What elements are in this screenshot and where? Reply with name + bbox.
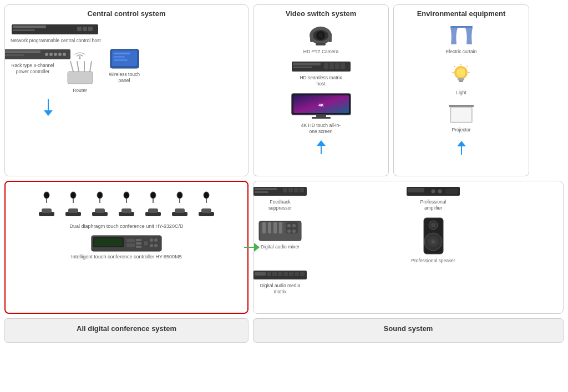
projector-device: Projector xyxy=(446,104,476,133)
mixer-label: Digital audio mixer xyxy=(261,244,300,250)
svg-point-135 xyxy=(287,230,291,233)
svg-point-71 xyxy=(124,192,129,198)
rack-power-label: Rack type 8-channel power controller xyxy=(11,63,55,75)
network-host-label: Network programmable central control hos… xyxy=(11,38,101,44)
arrow-line xyxy=(48,99,49,110)
matrix-host-icon xyxy=(291,60,352,73)
svg-rect-91 xyxy=(136,239,141,241)
svg-rect-24 xyxy=(114,59,128,61)
conference-box: Dual diaphragm touch conference unit HY-… xyxy=(4,181,248,314)
conference-system-label: All digital conference system xyxy=(4,318,248,343)
svg-rect-89 xyxy=(126,239,135,242)
svg-rect-90 xyxy=(126,243,135,247)
light-device: Light xyxy=(452,63,471,96)
video-arrow-head xyxy=(317,140,326,146)
network-host-icon xyxy=(11,23,99,35)
svg-rect-31 xyxy=(328,33,332,42)
svg-rect-35 xyxy=(324,63,328,69)
svg-line-52 xyxy=(454,66,455,67)
env-arrow-line xyxy=(461,146,462,155)
svg-rect-112 xyxy=(255,272,266,276)
4k-screen-icon: 4K xyxy=(291,93,352,120)
svg-rect-29 xyxy=(316,43,326,45)
mic-2 xyxy=(63,191,84,221)
svg-rect-30 xyxy=(310,33,313,42)
feedback-icon xyxy=(252,186,308,197)
svg-rect-5 xyxy=(88,27,93,31)
svg-rect-128 xyxy=(262,222,266,233)
svg-point-94 xyxy=(143,241,149,246)
svg-rect-15 xyxy=(68,72,93,84)
svg-rect-23 xyxy=(114,56,125,58)
wireless-panel-label: Wireless touch panel xyxy=(105,72,144,84)
light-label: Light xyxy=(456,90,466,96)
video-arrow-area xyxy=(317,140,326,154)
svg-rect-131 xyxy=(279,222,282,233)
svg-rect-3 xyxy=(77,27,82,31)
curtain-label: Electric curtain xyxy=(446,49,477,55)
svg-rect-101 xyxy=(255,191,268,193)
svg-point-97 xyxy=(150,244,153,247)
env-content: Electric curtain xyxy=(394,20,529,158)
mic-row xyxy=(11,191,242,221)
svg-point-122 xyxy=(431,223,435,227)
svg-rect-38 xyxy=(341,63,345,69)
video-up-arrow xyxy=(317,140,326,154)
router-label: Router xyxy=(73,88,87,94)
svg-rect-4 xyxy=(83,27,87,31)
svg-point-14 xyxy=(79,58,81,59)
right-arrow-area xyxy=(244,243,260,252)
mixer-device: Digital audio mixer xyxy=(258,217,302,264)
audio-matrix-icon xyxy=(252,269,308,281)
svg-rect-92 xyxy=(136,242,141,245)
svg-line-51 xyxy=(466,66,468,67)
svg-rect-115 xyxy=(278,272,282,276)
svg-point-133 xyxy=(287,224,291,227)
speaker-icon xyxy=(421,217,446,256)
light-icon xyxy=(452,63,471,88)
svg-point-98 xyxy=(154,244,158,247)
svg-rect-69 xyxy=(95,208,105,213)
svg-point-28 xyxy=(318,33,323,38)
matrix-host-device: HD seamless matrix host xyxy=(299,60,343,87)
right-arrow-line xyxy=(244,247,254,248)
conf-controller-device: Intelligent touch conference controller … xyxy=(11,235,242,259)
speaker-device: Professional speaker xyxy=(411,217,455,264)
top-row: Central control system Network programma… xyxy=(4,4,564,176)
video-content: HD PTZ Camera HD seamless matrix host xyxy=(253,20,388,157)
mic-6 xyxy=(169,191,190,221)
env-arrow-head xyxy=(457,141,466,146)
svg-rect-105 xyxy=(300,188,304,192)
sound-content: Feedback suppressor Professional amplifi… xyxy=(253,181,563,299)
svg-point-10 xyxy=(49,53,53,56)
svg-rect-129 xyxy=(268,222,271,233)
svg-point-67 xyxy=(97,192,103,198)
env-up-arrow xyxy=(457,141,466,155)
svg-point-75 xyxy=(150,192,156,198)
env-arrow-area xyxy=(457,141,466,155)
svg-point-11 xyxy=(54,53,57,56)
svg-point-109 xyxy=(438,189,442,194)
down-arrow xyxy=(44,99,53,116)
label-row: All digital conference system Sound syst… xyxy=(4,318,564,343)
svg-rect-103 xyxy=(288,188,293,192)
amplifier-label: Professional amplifier xyxy=(411,199,455,211)
sound-system-label: Sound system xyxy=(253,318,564,343)
env-equipment-box: Environmental equipment Electric curtain xyxy=(393,4,529,176)
conf-unit-label: Dual diaphragm touch conference unit HY-… xyxy=(11,223,242,229)
svg-point-79 xyxy=(177,192,182,198)
central-content: Network programmable central control hos… xyxy=(5,20,248,119)
router-body-icon xyxy=(65,60,95,85)
svg-line-17 xyxy=(77,62,79,72)
svg-rect-88 xyxy=(94,238,123,246)
svg-rect-55 xyxy=(449,105,474,107)
network-host-device: Network programmable central control hos… xyxy=(11,23,242,44)
svg-point-63 xyxy=(70,192,76,198)
svg-point-96 xyxy=(154,238,158,242)
svg-rect-73 xyxy=(121,208,131,213)
central-device-grid: Rack type 8-channel power controller xyxy=(11,48,242,94)
down-arrow-area xyxy=(11,99,242,116)
audio-matrix-label: Digital audio media matrix xyxy=(258,283,302,295)
svg-point-136 xyxy=(292,230,296,233)
touch-panel-icon xyxy=(109,48,140,69)
